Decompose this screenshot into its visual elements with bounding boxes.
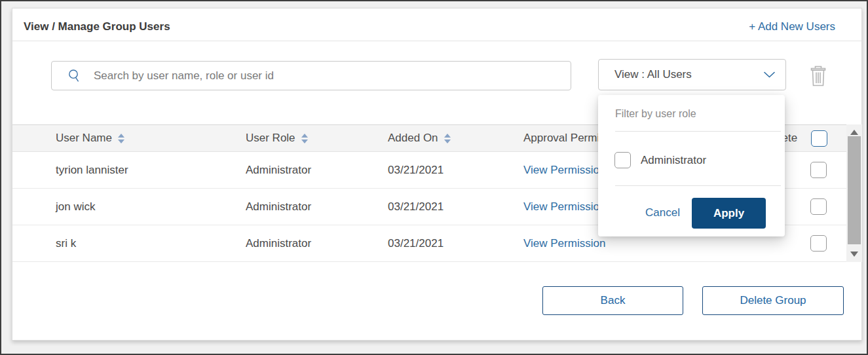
table-scrollbar[interactable]	[846, 124, 862, 262]
added-on-cell: 03/21/2021	[388, 164, 523, 177]
select-all-checkbox[interactable]	[811, 130, 827, 147]
page-title: View / Manage Group Users	[24, 20, 170, 33]
administrator-checkbox[interactable]	[614, 152, 631, 168]
filter-option-administrator[interactable]: Administrator	[614, 152, 706, 168]
chevron-down-icon	[764, 71, 775, 78]
view-filter-label: View : All Users	[614, 68, 692, 81]
column-header-user-name: User Name	[12, 132, 246, 145]
delete-group-button[interactable]: Delete Group	[702, 286, 844, 315]
title-divider	[12, 41, 861, 41]
user-role-cell: Administrator	[246, 200, 388, 214]
sort-icon[interactable]	[118, 134, 124, 143]
popup-divider	[615, 131, 781, 132]
delete-selected-users-button[interactable]	[809, 65, 827, 86]
sort-icon[interactable]	[444, 134, 451, 143]
back-button[interactable]: Back	[542, 286, 683, 315]
search-input[interactable]	[94, 62, 571, 90]
cancel-button[interactable]: Cancel	[645, 206, 680, 219]
user-role-cell: Administrator	[246, 164, 388, 177]
app-window: View / Manage Group Users + Add New User…	[0, 0, 868, 355]
search-icon	[67, 69, 81, 83]
row-select-cell	[765, 235, 846, 252]
user-name-cell: sri k	[12, 237, 246, 250]
panel-header: View / Manage Group Users + Add New User…	[12, 9, 861, 41]
trash-icon	[809, 65, 827, 86]
column-header-added-on: Added On	[388, 132, 523, 145]
view-filter-dropdown[interactable]: View : All Users	[598, 59, 786, 90]
filter-popup-title: Filter by user role	[615, 108, 696, 120]
user-name-cell: tyrion lannister	[12, 164, 246, 177]
filter-option-label: Administrator	[641, 154, 706, 167]
view-permission-link[interactable]: View Permission	[523, 237, 765, 250]
scroll-up-icon[interactable]	[850, 130, 858, 135]
added-on-cell: 03/21/2021	[388, 200, 523, 214]
apply-button[interactable]: Apply	[692, 198, 766, 229]
filter-popup: Filter by user role Administrator Cancel…	[598, 95, 785, 236]
added-on-cell: 03/21/2021	[388, 237, 523, 250]
manage-group-users-panel: View / Manage Group Users + Add New User…	[12, 8, 862, 341]
search-box	[51, 61, 571, 90]
column-header-user-role: User Role	[246, 132, 388, 145]
row-checkbox[interactable]	[810, 162, 827, 178]
row-checkbox[interactable]	[810, 235, 827, 252]
row-checkbox[interactable]	[810, 198, 827, 215]
scrollbar-thumb[interactable]	[848, 136, 861, 244]
add-new-users-link[interactable]: + Add New Users	[749, 20, 835, 33]
sort-icon[interactable]	[301, 134, 308, 143]
user-name-cell: jon wick	[12, 200, 246, 214]
popup-divider	[615, 185, 781, 186]
scroll-down-icon[interactable]	[850, 252, 858, 257]
user-role-cell: Administrator	[246, 237, 388, 250]
